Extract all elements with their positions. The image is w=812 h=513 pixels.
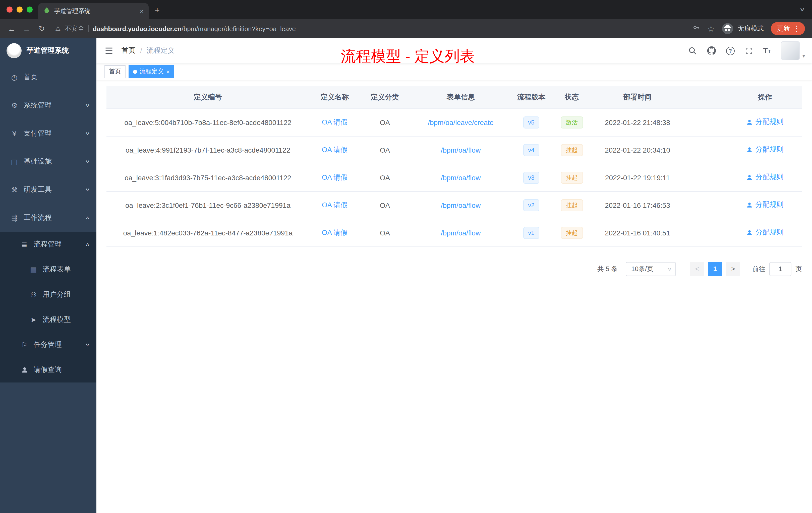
- definition-name-link[interactable]: OA 请假: [322, 201, 348, 209]
- status-badge: 挂起: [561, 199, 583, 211]
- form-link[interactable]: /bpm/oa/leave/create: [428, 118, 494, 126]
- sidebar-item-workflow[interactable]: ⇶ 工作流程 ∧: [0, 204, 96, 232]
- table-row: oa_leave:4:991f2193-7b7f-11ec-a3c8-acde4…: [107, 136, 802, 163]
- password-key-icon[interactable]: [692, 24, 700, 34]
- browser-menu-icon[interactable]: ⋮: [791, 24, 802, 33]
- goto-unit: 页: [795, 264, 802, 273]
- page-size-select[interactable]: 10条/页 ∨: [626, 262, 676, 276]
- window-zoom-button[interactable]: [27, 6, 33, 12]
- filler-cell: [683, 191, 728, 219]
- user-menu[interactable]: ▾: [781, 41, 805, 60]
- reload-button[interactable]: ↻: [35, 24, 48, 33]
- sidebar-toggle-icon[interactable]: [96, 46, 121, 55]
- definition-id: oa_leave:3:1fad3d93-7b75-11ec-a3c8-acde4…: [107, 163, 309, 191]
- form-link[interactable]: /bpm/oa/flow: [441, 201, 481, 209]
- forward-button[interactable]: →: [20, 24, 33, 33]
- sidebar-item-system[interactable]: ⚙ 系统管理 ∨: [0, 91, 96, 119]
- sidebar-item-home[interactable]: ◷ 首页: [0, 63, 96, 91]
- tag-home[interactable]: 首页: [105, 65, 125, 78]
- assign-rule-link[interactable]: 分配规则: [747, 173, 784, 182]
- form-link[interactable]: /bpm/oa/flow: [441, 146, 481, 154]
- chevron-down-icon: ∨: [85, 159, 90, 164]
- avatar[interactable]: [781, 41, 800, 60]
- goto-page-input[interactable]: [769, 262, 791, 276]
- definition-id: oa_leave:1:482ec033-762a-11ec-8477-a2380…: [107, 219, 309, 246]
- deploy-time: 2022-01-16 01:40:51: [592, 219, 683, 246]
- filler-cell: [683, 163, 728, 191]
- tab-search-chevron-icon[interactable]: ∨: [799, 6, 805, 12]
- caret-down-icon: ▾: [803, 53, 805, 59]
- font-size-icon[interactable]: TT: [763, 46, 771, 55]
- annotation-overlay: 流程模型 - 定义列表: [341, 46, 474, 67]
- assign-rule-link[interactable]: 分配规则: [747, 201, 784, 210]
- close-icon[interactable]: ×: [166, 68, 170, 74]
- fullscreen-icon[interactable]: [745, 47, 753, 55]
- next-page-button[interactable]: >: [726, 262, 740, 276]
- col-form-info: 表单信息: [410, 86, 512, 109]
- definition-name-link[interactable]: OA 请假: [322, 145, 348, 153]
- search-icon[interactable]: [688, 46, 697, 55]
- help-icon[interactable]: ?: [726, 47, 734, 55]
- sidebar-item-process-model[interactable]: ➤ 流程模型: [0, 307, 96, 332]
- form-link[interactable]: /bpm/oa/flow: [441, 174, 481, 181]
- assign-rule-link[interactable]: 分配规则: [747, 118, 784, 127]
- col-status: 状态: [551, 86, 592, 109]
- incognito-badge: 无痕模式: [722, 23, 764, 35]
- sidebar-item-infrastructure[interactable]: ▤ 基础设施 ∨: [0, 148, 96, 176]
- form-link[interactable]: /bpm/oa/flow: [441, 229, 481, 237]
- col-definition-category: 定义分类: [360, 86, 410, 109]
- assign-rule-link[interactable]: 分配规则: [747, 145, 784, 154]
- bookmark-star-icon[interactable]: ☆: [707, 24, 715, 33]
- filler-cell: [683, 109, 728, 136]
- user-icon: [747, 174, 753, 181]
- tab-close-icon[interactable]: ×: [140, 7, 144, 15]
- deploy-time: 2022-01-22 19:19:11: [592, 163, 683, 191]
- definition-name-link[interactable]: OA 请假: [322, 228, 348, 236]
- tag-process-definition[interactable]: 流程定义 ×: [128, 65, 174, 78]
- user-icon: [747, 119, 753, 125]
- breadcrumb-home[interactable]: 首页: [121, 46, 136, 55]
- breadcrumb-current: 流程定义: [147, 46, 175, 55]
- col-process-version: 流程版本: [512, 86, 551, 109]
- page-url[interactable]: dashboard.yudao.iocoder.cn/bpm/manager/d…: [93, 25, 296, 32]
- separator: [88, 25, 89, 32]
- window-close-button[interactable]: [6, 6, 12, 12]
- screen: 芋道管理系统 × + ∨ ← → ↻ ⚠ 不安全 dashboard.yudao…: [0, 0, 812, 513]
- browser-tab[interactable]: 芋道管理系统 ×: [38, 3, 149, 19]
- new-tab-button[interactable]: +: [155, 5, 160, 16]
- definition-name-link[interactable]: OA 请假: [322, 118, 348, 126]
- filler-cell: [683, 219, 728, 246]
- address-bar[interactable]: ⚠ 不安全 dashboard.yudao.iocoder.cn/bpm/man…: [55, 24, 690, 33]
- window-minimize-button[interactable]: [17, 6, 23, 12]
- sidebar-item-task-management[interactable]: ⚐ 任务管理 ∨: [0, 332, 96, 357]
- sidebar-item-process-form[interactable]: ▦ 流程表单: [0, 257, 96, 282]
- assign-rule-link[interactable]: 分配规则: [747, 228, 784, 237]
- table-row: oa_leave:2:3c1f0ef1-76b1-11ec-9c66-a2380…: [107, 191, 802, 219]
- paper-plane-icon: ➤: [29, 316, 38, 324]
- prev-page-button[interactable]: <: [690, 262, 704, 276]
- back-button[interactable]: ←: [5, 24, 18, 33]
- sidebar-item-dev-tools[interactable]: ⚒ 研发工具 ∨: [0, 176, 96, 204]
- sidebar-item-user-group[interactable]: ⚇ 用户分组: [0, 282, 96, 307]
- deploy-time: 2022-01-16 17:46:53: [592, 191, 683, 219]
- chevron-down-icon: ∨: [85, 342, 90, 348]
- security-label[interactable]: 不安全: [65, 24, 84, 33]
- status-badge: 挂起: [561, 227, 583, 239]
- sidebar-item-leave-query[interactable]: 请假查询: [0, 357, 96, 383]
- infrastructure-icon: ▤: [10, 158, 19, 165]
- sidebar-item-payment[interactable]: ¥ 支付管理 ∨: [0, 119, 96, 148]
- filler-cell: [683, 136, 728, 163]
- page-number-button[interactable]: 1: [708, 262, 722, 276]
- breadcrumb: 首页 / 流程定义: [121, 46, 175, 55]
- update-button[interactable]: 更新 ⋮: [771, 22, 805, 35]
- version-badge: v4: [523, 144, 539, 156]
- logo[interactable]: 芋道管理系统: [0, 38, 96, 63]
- sidebar-item-process-management[interactable]: ≣ 流程管理 ∧: [0, 232, 96, 257]
- github-icon[interactable]: [707, 46, 716, 55]
- chevron-down-icon: ∨: [667, 266, 672, 271]
- col-definition-id: 定义编号: [107, 86, 309, 109]
- sidebar: 芋道管理系统 ◷ 首页 ⚙ 系统管理 ∨ ¥ 支付管理 ∨ ▤ 基础设施 ∨: [0, 38, 96, 513]
- goto-page: 前往 页: [752, 262, 802, 276]
- definition-name-link[interactable]: OA 请假: [322, 173, 348, 181]
- main-area: 首页 / 流程定义 ? TT: [96, 38, 812, 513]
